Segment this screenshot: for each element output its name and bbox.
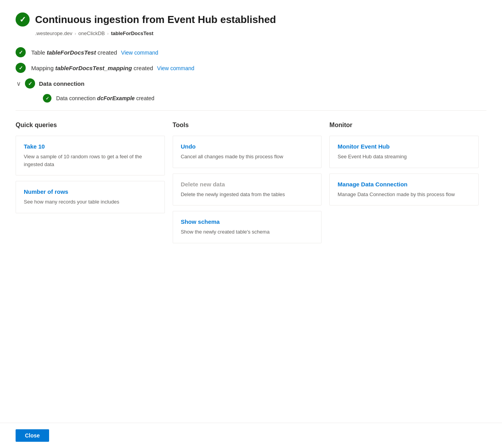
close-button[interactable]: Close	[16, 429, 49, 442]
undo-desc: Cancel all changes made by this process …	[181, 153, 314, 161]
check-icon-data-connection	[25, 78, 35, 89]
breadcrumb-database: oneClickDB	[78, 30, 105, 36]
number-of-rows-card[interactable]: Number of rows See how many records your…	[16, 181, 165, 213]
take-10-title: Take 10	[24, 143, 157, 150]
breadcrumb-server: .westeurope.dev	[35, 30, 72, 36]
view-command-link-mapping[interactable]: View command	[157, 65, 194, 71]
header-row: Continuous ingestion from Event Hub esta…	[16, 12, 486, 27]
check-icon-table	[16, 47, 26, 57]
tools-section: Tools Undo Cancel all changes made by th…	[173, 122, 330, 243]
delete-new-data-card[interactable]: Delete new data Delete the newly ingeste…	[173, 174, 322, 206]
monitor-event-hub-card[interactable]: Monitor Event Hub See Event Hub data str…	[329, 136, 479, 168]
number-of-rows-title: Number of rows	[24, 188, 157, 195]
check-icon-mapping	[16, 63, 26, 73]
success-icon-large	[16, 12, 30, 27]
breadcrumb: .westeurope.dev › oneClickDB › tableForD…	[35, 30, 486, 36]
view-command-link-table[interactable]: View command	[121, 50, 158, 56]
quick-queries-section: Quick queries Take 10 View a sample of 1…	[16, 122, 173, 243]
manage-data-connection-card[interactable]: Manage Data Connection Manage Data Conne…	[329, 174, 479, 206]
monitor-title: Monitor	[329, 122, 486, 129]
status-item-table: Table tableForDocsTest created View comm…	[16, 47, 486, 57]
page-title: Continuous ingestion from Event Hub esta…	[35, 14, 276, 26]
delete-new-data-title: Delete new data	[181, 181, 314, 188]
data-connection-sub: Data connection dcForExample created	[43, 94, 486, 103]
status-section: Table tableForDocsTest created View comm…	[16, 47, 486, 103]
check-icon-dc-sub	[43, 94, 51, 103]
chevron-down-icon[interactable]: ∨	[16, 80, 21, 87]
monitor-cards: Monitor Event Hub See Event Hub data str…	[329, 136, 486, 205]
divider	[16, 110, 486, 111]
tools-title: Tools	[173, 122, 330, 129]
undo-title: Undo	[181, 143, 314, 150]
manage-data-connection-title: Manage Data Connection	[338, 181, 470, 188]
quick-queries-title: Quick queries	[16, 122, 173, 129]
monitor-section: Monitor Monitor Event Hub See Event Hub …	[329, 122, 486, 243]
tools-cards: Undo Cancel all changes made by this pro…	[173, 136, 330, 243]
sections-row: Quick queries Take 10 View a sample of 1…	[16, 122, 486, 243]
monitor-event-hub-desc: See Event Hub data streaming	[338, 153, 470, 161]
monitor-event-hub-title: Monitor Event Hub	[338, 143, 470, 150]
show-schema-desc: Show the newly created table's schema	[181, 228, 314, 236]
breadcrumb-sep-1: ›	[74, 31, 76, 36]
undo-card[interactable]: Undo Cancel all changes made by this pro…	[173, 136, 322, 168]
data-connection-row: ∨ Data connection	[16, 78, 486, 89]
number-of-rows-desc: See how many records your table includes	[24, 198, 157, 206]
quick-queries-cards: Take 10 View a sample of 10 random rows …	[16, 136, 173, 213]
take-10-card[interactable]: Take 10 View a sample of 10 random rows …	[16, 136, 165, 175]
status-item-mapping: Mapping tableForDocsTest_mapping created…	[16, 63, 486, 73]
data-connection-label: Data connection	[39, 80, 85, 87]
delete-new-data-desc: Delete the newly ingested data from the …	[181, 191, 314, 198]
breadcrumb-sep-2: ›	[107, 31, 109, 36]
footer: Close	[0, 423, 502, 448]
show-schema-title: Show schema	[181, 218, 314, 225]
show-schema-card[interactable]: Show schema Show the newly created table…	[173, 211, 322, 243]
status-text-mapping: Mapping tableForDocsTest_mapping created…	[31, 65, 194, 71]
data-connection-sub-text: Data connection dcForExample created	[56, 95, 154, 101]
breadcrumb-table: tableForDocsTest	[111, 30, 154, 36]
status-text-table: Table tableForDocsTest created View comm…	[31, 49, 158, 56]
take-10-desc: View a sample of 10 random rows to get a…	[24, 153, 157, 168]
manage-data-connection-desc: Manage Data Connection made by this proc…	[338, 191, 470, 198]
